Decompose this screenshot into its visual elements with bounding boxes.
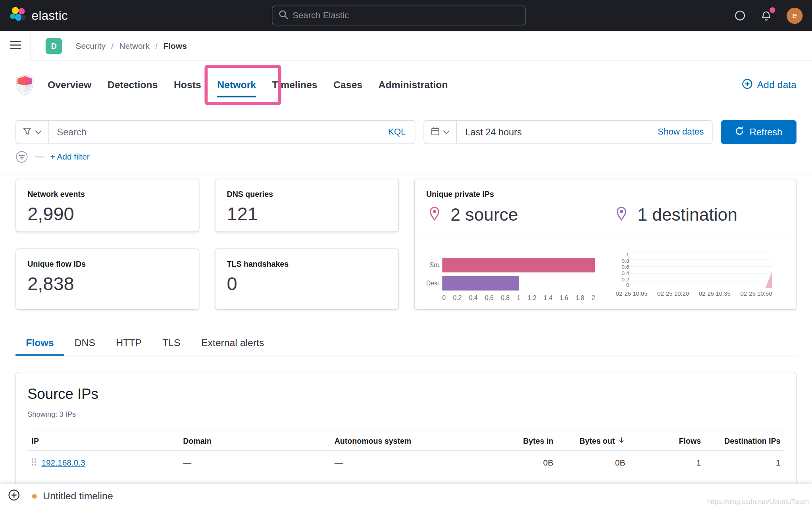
tab-http[interactable]: HTTP — [106, 331, 152, 356]
kpi-title: Unique private IPs — [415, 190, 796, 198]
tab-tls[interactable]: TLS — [152, 331, 191, 356]
hamburger-icon — [10, 40, 21, 51]
cell-autonomous-system: — — [330, 451, 497, 475]
add-data-label: Add data — [757, 79, 797, 91]
global-search-input[interactable] — [292, 10, 519, 21]
breadcrumb-flows: Flows — [164, 41, 187, 50]
col-bytes-out[interactable]: Bytes out — [558, 431, 629, 451]
unique-ips-bar-chart: Src. Dest. 00.20.40.60.811.21.41.61.82 — [425, 258, 595, 302]
cell-destination-ips: 1 — [705, 451, 785, 475]
kpi-title: DNS queries — [227, 190, 387, 198]
bar-x-axis: 00.20.40.60.811.21.41.61.82 — [442, 294, 595, 301]
table-header-row: IP Domain Autonomous system Bytes in Byt… — [27, 431, 785, 451]
security-logo-icon — [15, 75, 34, 95]
col-domain[interactable]: Domain — [179, 431, 331, 451]
nav-tab-hosts[interactable]: Hosts — [174, 79, 201, 91]
kpi-card-dns-queries: DNS queries 121 — [215, 179, 399, 232]
tab-external-alerts[interactable]: External alerts — [191, 331, 275, 356]
ip-link[interactable]: 192.168.0.3 — [41, 458, 85, 468]
refresh-icon — [735, 126, 744, 138]
col-bytes-in[interactable]: Bytes in — [497, 431, 558, 451]
destination-pin-icon — [616, 207, 627, 223]
timeline-status-dot — [32, 494, 37, 498]
unique-ips-charts: Src. Dest. 00.20.40.60.811.21.41.61.82 1… — [415, 238, 796, 300]
add-data-button[interactable]: Add data — [742, 79, 797, 92]
menu-toggle-button[interactable] — [0, 31, 31, 60]
time-range-value[interactable]: Last 24 hours — [457, 127, 521, 137]
nav-tab-administration[interactable]: Administration — [378, 79, 448, 91]
watermark-text: https://blog.csdn.net/UbuntuTouch — [707, 498, 809, 506]
tab-flows[interactable]: Flows — [15, 331, 64, 356]
timeline-title[interactable]: Untitled timeline — [43, 491, 113, 502]
breadcrumb-network[interactable]: Network — [119, 41, 150, 50]
saved-query-icon — [23, 127, 31, 137]
timeline-add-icon[interactable] — [8, 489, 20, 503]
nav-tab-detections[interactable]: Detections — [108, 79, 158, 91]
cell-flows: 1 — [629, 451, 705, 475]
date-picker-group: Last 24 hours Show dates — [424, 120, 713, 144]
breadcrumb-separator: / — [111, 41, 114, 50]
drag-handle-icon[interactable] — [32, 458, 37, 468]
global-header: elastic e — [0, 0, 812, 31]
refresh-button[interactable]: Refresh — [721, 120, 797, 144]
col-destination-ips[interactable]: Destination IPs — [705, 431, 785, 451]
col-ip[interactable]: IP — [27, 431, 179, 451]
refresh-label: Refresh — [750, 127, 782, 137]
unique-ips-metrics: 2 source 1 destination — [415, 204, 796, 230]
app-window: elastic e — [0, 0, 812, 508]
content-divider — [0, 175, 812, 175]
destination-bar — [442, 276, 518, 291]
breadcrumb-bar: D Security / Network / Flows — [0, 31, 812, 61]
saved-query-menu-button[interactable] — [16, 121, 48, 143]
nav-tab-timelines[interactable]: Timelines — [272, 79, 317, 91]
nav-tab-cases[interactable]: Cases — [333, 79, 362, 91]
search-icon — [279, 10, 288, 21]
cell-bytes-out: 0B — [558, 451, 629, 475]
add-filter-button[interactable]: + Add filter — [50, 152, 90, 162]
filter-options-icon[interactable] — [15, 151, 28, 163]
filter-divider — [35, 156, 43, 158]
kpi-card-unique-flow-ids: Unique flow IDs 2,838 — [15, 248, 199, 310]
time-chart-area — [766, 271, 772, 288]
global-search[interactable] — [272, 6, 525, 25]
kql-language-button[interactable]: KQL — [388, 127, 415, 137]
plus-circle-icon — [742, 79, 752, 92]
user-avatar[interactable]: e — [787, 8, 802, 23]
brand-name: elastic — [32, 8, 68, 23]
tab-dns[interactable]: DNS — [64, 331, 106, 356]
timeline-bar: Untitled timeline https://blog.csdn.net/… — [0, 484, 812, 508]
filter-row: + Add filter — [15, 150, 90, 164]
time-chart-x-axis: 02-25 10:0502-25 10:2002-25 10:3502-25 1… — [616, 291, 772, 297]
kpi-title: TLS handshakes — [227, 260, 387, 268]
notifications-icon[interactable] — [760, 10, 772, 21]
query-search-input[interactable] — [49, 127, 388, 137]
security-nav-tabs: Overview Detections Hosts Network Timeli… — [48, 79, 448, 91]
space-avatar[interactable]: D — [46, 38, 62, 54]
date-quick-menu-button[interactable] — [424, 121, 457, 143]
chevron-down-icon — [35, 128, 42, 136]
panel-title: Source IPs — [27, 386, 785, 402]
source-bar — [442, 258, 595, 273]
query-bar: KQL Last 24 hours Show dates Refresh — [15, 120, 797, 144]
kpi-title: Network events — [27, 190, 187, 198]
network-detail-tabs: Flows DNS HTTP TLS External alerts — [15, 331, 797, 356]
kpi-value: 0 — [227, 273, 387, 295]
kpi-value: 2,838 — [27, 273, 187, 295]
source-ips-table: IP Domain Autonomous system Bytes in Byt… — [27, 431, 785, 475]
kpi-value: 121 — [227, 203, 387, 225]
nav-tab-network[interactable]: Network — [217, 79, 256, 91]
elastic-logo-icon — [9, 6, 26, 25]
kql-search-group: KQL — [15, 120, 416, 144]
show-dates-button[interactable]: Show dates — [658, 127, 712, 137]
kpi-title: Unique flow IDs — [27, 260, 187, 268]
col-autonomous-system[interactable]: Autonomous system — [330, 431, 497, 451]
col-flows[interactable]: Flows — [629, 431, 705, 451]
showing-count: Showing: 3 IPs — [27, 410, 785, 418]
help-icon[interactable] — [734, 10, 746, 21]
kpi-card-network-events: Network events 2,990 — [15, 179, 199, 232]
unique-ips-time-chart: 10.80.60.40.20 02-25 10:0502-25 10:2002-… — [616, 252, 772, 297]
breadcrumb-security[interactable]: Security — [76, 41, 106, 50]
elastic-brand[interactable]: elastic — [9, 6, 68, 25]
header-actions: e — [734, 8, 802, 23]
nav-tab-overview[interactable]: Overview — [48, 79, 91, 91]
